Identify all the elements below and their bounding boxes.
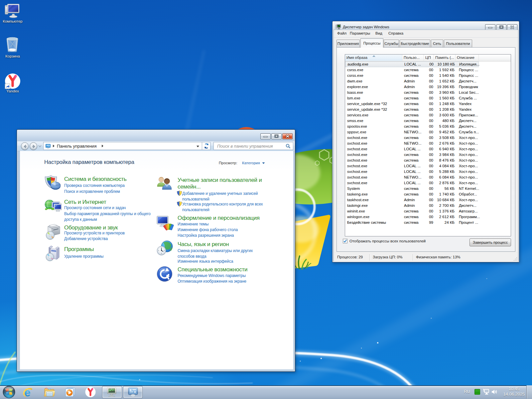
svg-text:e: e (24, 387, 31, 397)
